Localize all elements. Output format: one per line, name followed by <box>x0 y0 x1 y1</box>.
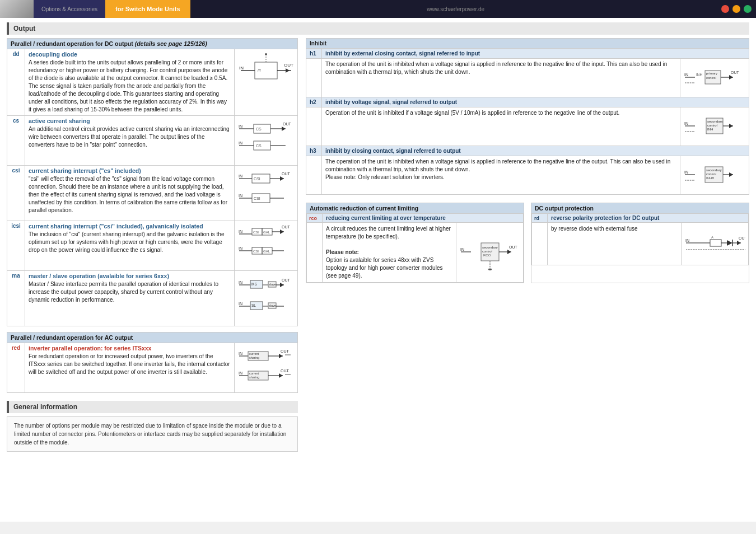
svg-text:current: current <box>249 352 259 355</box>
svg-text:CS: CS <box>256 144 262 148</box>
rco-subtitle: reducing current limiting at over temper… <box>323 214 524 223</box>
svg-text:IN: IN <box>239 194 242 198</box>
code-red: red <box>7 343 25 393</box>
ac-table-header-row: Parallel / redundant operation for AC ou… <box>7 332 298 343</box>
svg-text:INH: INH <box>696 73 703 77</box>
svg-text:CSI: CSI <box>253 231 259 234</box>
cs-diagram: IN CS OUT IN CS <box>235 116 298 166</box>
general-info-box: The number of options per module may be … <box>7 416 298 452</box>
top-bar: Options & Accessories for Switch Mode Un… <box>0 0 756 18</box>
dc-output-section: Parallel / redundant operation for DC ou… <box>7 38 298 393</box>
ma-diagram: IN MS slave OUT IN <box>235 271 298 326</box>
icsi-content: current sharing interrupt ("csi" include… <box>25 221 235 271</box>
csi-diagram: IN CSI OUT IN CSI <box>235 166 298 221</box>
h1-desc: The operation of the unit is inhibited w… <box>322 59 680 97</box>
red-desc: For redundant operation or for increased… <box>29 353 231 376</box>
svg-text:secondary: secondary <box>706 168 722 172</box>
dd-svg: IN /// OUT <box>238 51 294 90</box>
svg-marker-26 <box>280 176 284 181</box>
left-column: Parallel / redundant operation for DC ou… <box>7 38 298 452</box>
auto-reduce-subheader-row: rco reducing current limiting at over te… <box>307 214 524 223</box>
h3-empty <box>306 156 322 195</box>
ma-desc: Master / Slave interface permits the par… <box>29 280 231 304</box>
ma-content: master / slave operation (avalaible for … <box>25 271 235 326</box>
h2-desc: Operation of the unit is inhibited if a … <box>322 107 680 146</box>
code-dd: dd <box>7 49 25 116</box>
svg-marker-113 <box>729 172 733 177</box>
icsi-title: current sharing interrupt ("csi" include… <box>29 223 231 229</box>
table-row: Operation of the unit is inhibited if a … <box>306 107 749 146</box>
red-content: inverter parallel operation: for series … <box>25 343 235 393</box>
h3-diagram: IN secondary control INHB <box>680 156 749 195</box>
output-section-header: Output <box>7 22 749 35</box>
svg-text:GAL: GAL <box>263 250 270 253</box>
svg-text:slave: slave <box>269 283 276 286</box>
right-column: Inhibit h1 inhibit by external closing c… <box>306 38 749 452</box>
csi-content: current sharing interrupt ("cs" included… <box>25 166 235 221</box>
svg-text:IN: IN <box>684 170 688 174</box>
table-row: A circuit reduces the current limiting l… <box>307 223 524 283</box>
code-rco: rco <box>307 214 323 223</box>
code-h2: h2 <box>306 97 322 107</box>
svg-text:sharing: sharing <box>249 356 259 359</box>
logo <box>0 0 34 18</box>
minimize-btn[interactable] <box>732 5 740 13</box>
svg-text:CSI: CSI <box>254 177 260 181</box>
svg-text:IN: IN <box>684 121 688 125</box>
rco-content: A circuit reduces the current limiting l… <box>323 223 456 283</box>
svg-marker-134 <box>737 241 741 245</box>
dc-table-header: Parallel / redundant operation for DC ou… <box>7 39 298 49</box>
svg-text:secondary: secondary <box>482 246 498 249</box>
maximize-btn[interactable] <box>744 5 752 13</box>
page-wrapper: Output Parallel / redundant operation fo… <box>0 18 756 522</box>
svg-text:IN: IN <box>239 280 242 284</box>
close-btn[interactable] <box>721 5 729 13</box>
table-row: csi current sharing interrupt ("cs" incl… <box>7 166 298 221</box>
svg-text:slave: slave <box>269 304 276 307</box>
svg-text:GAL: GAL <box>263 231 270 234</box>
red-svg: IN current sharing OUT → IN <box>238 345 294 390</box>
h3-desc: The operation of the unit is inhibited w… <box>322 156 680 195</box>
svg-marker-5 <box>286 68 290 73</box>
svg-text:control: control <box>706 172 716 176</box>
table-row: The operation of the unit is inhibited w… <box>306 156 749 195</box>
svg-marker-40 <box>280 229 284 234</box>
svg-marker-94 <box>729 75 733 79</box>
dc-protection-header: DC output protection <box>531 203 749 213</box>
code-h1: h1 <box>306 49 322 59</box>
cs-title: active current sharing <box>29 118 231 124</box>
dc-table-header-italic: (details see page 125/126) <box>135 40 207 47</box>
auto-reduce-section: Automatic reduction of current limiting … <box>306 203 524 283</box>
general-info-header: General information <box>7 401 298 413</box>
tab-options[interactable]: Options & Accessories <box>34 0 105 18</box>
svg-text:→: → <box>286 369 289 373</box>
svg-marker-104 <box>729 124 733 128</box>
two-col-layout: Parallel / redundant operation for DC ou… <box>7 38 749 452</box>
dc-protection-table: rd reverse polarity protection for DC ou… <box>531 213 749 265</box>
code-csi: csi <box>7 166 25 221</box>
svg-text:secondary: secondary <box>707 120 723 123</box>
icsi-diagram: IN CSI GAL OUT IN <box>235 221 298 271</box>
inhibit-title: Inhibit <box>310 40 326 46</box>
svg-marker-83 <box>279 373 283 378</box>
general-info-text: The number of options per module may be … <box>14 423 286 446</box>
tab-switch[interactable]: for Switch Mode Units <box>105 0 190 18</box>
svg-point-8 <box>265 53 267 55</box>
url-bar: www.schaeferpower.de <box>190 6 721 12</box>
svg-text:IN: IN <box>239 124 242 128</box>
rd-diagram: IN OUT <box>682 223 749 265</box>
svg-text:OUT: OUT <box>282 278 291 282</box>
ac-table-header: Parallel / redundant operation for AC ou… <box>7 332 298 343</box>
svg-marker-73 <box>279 354 283 358</box>
svg-text:A: A <box>711 236 713 239</box>
cs-content: active current sharing An additional con… <box>25 116 235 166</box>
ac-parallel-table: Parallel / redundant operation for AC ou… <box>7 332 298 393</box>
svg-text:///: /// <box>258 68 261 72</box>
code-ma: ma <box>7 271 25 326</box>
csi-title: current sharing interrupt ("cs" included… <box>29 167 231 174</box>
table-row: icsi current sharing interrupt ("csi" in… <box>7 221 298 271</box>
svg-text:IN: IN <box>460 247 464 251</box>
svg-marker-57 <box>280 283 284 287</box>
rco-svg: IN secondary control RCO OUT <box>460 234 520 270</box>
code-h3: h3 <box>306 146 322 156</box>
